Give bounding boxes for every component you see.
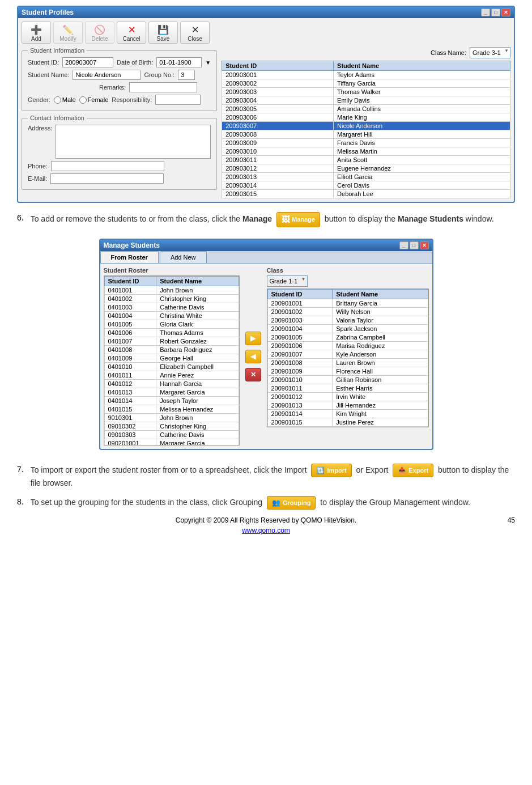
table-row[interactable]: 200901015Justine Perez xyxy=(267,418,428,427)
delete-button[interactable]: 🚫 Delete xyxy=(85,22,114,44)
cancel-button[interactable]: ✕ Cancel xyxy=(117,22,146,44)
table-row[interactable]: 200901007Kyle Anderson xyxy=(267,350,428,359)
table-row[interactable]: 200901013Jill Hernandez xyxy=(267,401,428,410)
table-row[interactable]: 200903012Eugene Hernandez xyxy=(222,164,510,173)
table-row[interactable]: 0401005Gloria Clark xyxy=(104,320,239,329)
manage-inline-button[interactable]: 🖼 Manage xyxy=(276,212,320,227)
roster-id-cell: 0401013 xyxy=(104,388,156,397)
table-row[interactable]: 200901010Gillian Robinson xyxy=(267,376,428,384)
add-button[interactable]: ➕ Add xyxy=(22,22,51,44)
gender-female-radio[interactable] xyxy=(79,96,87,104)
table-row[interactable]: 090201001Margaret Garcia xyxy=(104,439,239,446)
student-name-input[interactable] xyxy=(73,70,141,80)
manage-maximize-btn[interactable]: □ xyxy=(410,241,419,249)
table-row[interactable]: 0401004Christina White xyxy=(104,312,239,320)
close-btn-x[interactable]: ✕ xyxy=(501,9,510,16)
manage-class-select[interactable]: Grade 1-1 xyxy=(267,275,308,287)
table-row[interactable]: 200903006Marie King xyxy=(222,113,510,122)
class-name-select[interactable]: Grade 3-1 xyxy=(470,47,510,58)
phone-input[interactable] xyxy=(51,161,164,171)
manage-close-btn[interactable]: ✕ xyxy=(420,241,429,249)
gender-male-label[interactable]: Male xyxy=(54,96,76,104)
table-row[interactable]: 200901009Florence Hall xyxy=(267,367,428,376)
address-input[interactable] xyxy=(56,125,211,159)
table-row[interactable]: 0401002Christopher King xyxy=(104,295,239,303)
roster-table-scroll[interactable]: Student ID Student Name 0401001John Brow… xyxy=(104,275,240,445)
table-row[interactable]: 0401001John Brown xyxy=(104,286,239,295)
table-row[interactable]: 200903010Melissa Martin xyxy=(222,147,510,156)
gender-male-radio[interactable] xyxy=(54,96,61,104)
tab-from-roster[interactable]: From Roster xyxy=(100,251,159,263)
group-input[interactable] xyxy=(178,70,195,80)
website-link[interactable]: www.qomo.com xyxy=(242,527,290,534)
add-icon: ➕ xyxy=(29,23,43,36)
grouping-inline-button[interactable]: 👥 Grouping xyxy=(267,496,316,510)
table-row[interactable]: 200901004Spark Jackson xyxy=(267,325,428,333)
table-row[interactable]: 200903005Amanda Collins xyxy=(222,105,510,113)
dob-dropdown-btn[interactable]: ▼ xyxy=(205,60,211,66)
remove-from-class-btn[interactable]: ◀ xyxy=(245,350,261,363)
table-row[interactable]: 0401012Hannah Garcia xyxy=(104,380,239,388)
table-row[interactable]: 200901001Brittany Garcia xyxy=(267,299,428,308)
table-row[interactable]: 09010303Catherine Davis xyxy=(104,431,239,439)
table-row[interactable]: 0401003Catherine Davis xyxy=(104,303,239,312)
table-row[interactable]: 0401015Melissa Hernandez xyxy=(104,405,239,414)
table-row[interactable]: 0401008Barbara Rodriguez xyxy=(104,346,239,354)
table-row[interactable]: 200903001Teylor Adams xyxy=(222,71,510,79)
dob-input[interactable] xyxy=(156,57,202,67)
table-row[interactable]: 200901008Lauren Brown xyxy=(267,359,428,367)
table-row[interactable]: 0401007Robert Gonzalez xyxy=(104,337,239,346)
table-row[interactable]: 0401009George Hall xyxy=(104,354,239,363)
table-row[interactable]: 200901011Esther Harris xyxy=(267,384,428,393)
manage-tab-bar: From Roster Add New xyxy=(100,251,432,264)
maximize-btn[interactable]: □ xyxy=(491,9,500,16)
import-inline-button[interactable]: 🔃 Import xyxy=(311,464,351,477)
table-row[interactable]: 200903008Margaret Hill xyxy=(222,130,510,139)
table-row[interactable]: 09010302Christopher King xyxy=(104,422,239,431)
close-button[interactable]: ✕ Close xyxy=(180,22,210,44)
table-row[interactable]: 200901002Willy Nelson xyxy=(267,308,428,316)
manage-minimize-btn[interactable]: _ xyxy=(399,241,408,249)
table-row[interactable]: 200901005Zabrina Campbell xyxy=(267,333,428,342)
class-table-body: 200901001Brittany Garcia200901002Willy N… xyxy=(267,299,428,427)
table-row[interactable]: 9010301John Brown xyxy=(104,414,239,422)
student-name-cell: Elliott Garcia xyxy=(334,173,510,181)
gender-female-label[interactable]: Female xyxy=(79,96,109,104)
table-row[interactable]: 0401014Joseph Taylor xyxy=(104,397,239,405)
window-body: ➕ Add ✏️ Modify 🚫 Delete ✕ Cancel 💾 Save… xyxy=(18,18,514,202)
roster-id-cell: 0401001 xyxy=(104,286,156,295)
table-row[interactable]: 200903015Deborah Lee xyxy=(222,190,510,198)
save-button[interactable]: 💾 Save xyxy=(148,22,178,44)
table-row[interactable]: 200903011Anita Scott xyxy=(222,156,510,164)
class-table-scroll[interactable]: Student ID Student Name 200901001Brittan… xyxy=(267,288,429,427)
table-row[interactable]: 200903009Francis Davis xyxy=(222,139,510,147)
add-to-class-btn[interactable]: ▶ xyxy=(245,332,261,345)
table-row[interactable]: 200901014Kim Wright xyxy=(267,410,428,418)
table-row[interactable]: 0401006Thomas Adams xyxy=(104,329,239,337)
remove-all-btn[interactable]: ✕ xyxy=(245,368,261,381)
remarks-input[interactable] xyxy=(129,82,197,92)
email-input[interactable] xyxy=(50,173,164,184)
responsibility-input[interactable] xyxy=(155,95,201,105)
modify-button[interactable]: ✏️ Modify xyxy=(53,22,83,44)
item-6-text3: window. xyxy=(466,214,494,223)
tab-add-new[interactable]: Add New xyxy=(160,251,207,263)
table-row[interactable]: 200903002Tiffany Garcia xyxy=(222,79,510,88)
table-row[interactable]: 200903014Cerol Davis xyxy=(222,181,510,190)
table-row[interactable]: 200903004Emily Davis xyxy=(222,96,510,105)
table-row[interactable]: 200903003Thomas Walker xyxy=(222,88,510,96)
table-row[interactable]: 0401011Annie Perez xyxy=(104,371,239,380)
export-btn-label: Export xyxy=(408,466,428,476)
table-row[interactable]: 0401013Margaret Garcia xyxy=(104,388,239,397)
table-row[interactable]: 0401010Elizabeth Campbell xyxy=(104,363,239,371)
gender-row: Gender: Male Female Responsibility: xyxy=(28,95,211,105)
table-row[interactable]: 200903007Nicole Anderson xyxy=(222,122,510,130)
table-row[interactable]: 200901012Irvin White xyxy=(267,393,428,401)
table-row[interactable]: 200903013Elliott Garcia xyxy=(222,173,510,181)
table-row[interactable]: 200901003Valoria Taylor xyxy=(267,316,428,325)
student-id-input[interactable] xyxy=(62,57,113,67)
minimize-btn[interactable]: _ xyxy=(481,9,490,16)
table-row[interactable]: 200901006Marisa Rodriguez xyxy=(267,342,428,350)
roster-col-name: Student Name xyxy=(156,277,239,286)
export-inline-button[interactable]: 📤 Export xyxy=(393,464,433,477)
